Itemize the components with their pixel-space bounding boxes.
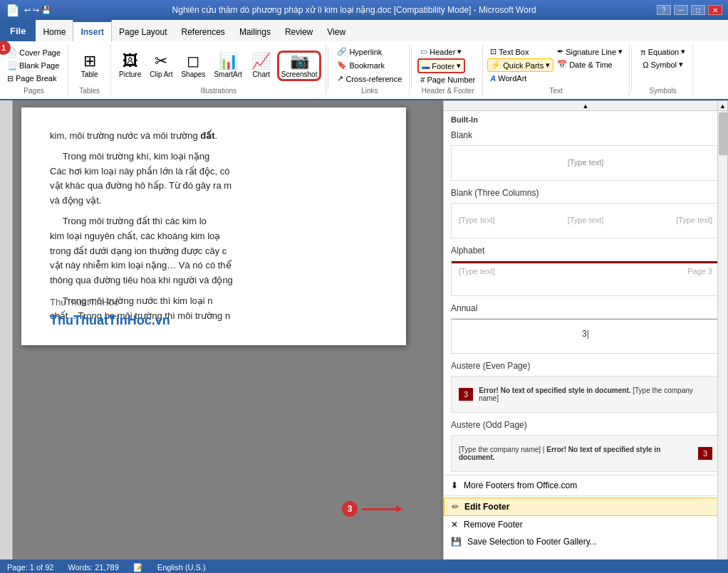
hyperlink-button[interactable]: 🔗 Hyperlink	[334, 46, 385, 58]
tables-group: ⊞ Table Tables	[68, 44, 111, 96]
smart-art-button[interactable]: 📊 SmartArt	[210, 51, 245, 80]
alphabet-section-label: Alphabet	[444, 241, 727, 258]
footer-button[interactable]: ▬ Footer ▾	[417, 58, 465, 73]
picture-button[interactable]: 🖼 Picture	[115, 51, 145, 80]
remove-footer-button[interactable]: ✕ Remove Footer	[444, 516, 727, 533]
signature-line-button[interactable]: ✒ Signature Line ▾	[554, 46, 625, 58]
doc-paragraph-3: Các hơi kim loại này phần lớn là rất độc…	[50, 164, 378, 179]
document-page: kim, môi trường nước và môi trường đất. …	[21, 107, 406, 345]
maximize-button[interactable]: □	[691, 5, 705, 15]
title-bar-title: Nghiên cứu thăm dò phương pháp xử lí kim…	[51, 5, 657, 15]
tab-references[interactable]: References	[175, 20, 232, 41]
watermark-line1: ThuThuatTinHoc	[50, 295, 170, 310]
tab-review[interactable]: Review	[278, 20, 320, 41]
date-time-icon: 📅	[557, 60, 567, 69]
screenshot-button[interactable]: 📷 Screenshot	[277, 51, 322, 81]
tables-group-items: ⊞ Table	[76, 46, 104, 85]
clip-art-button[interactable]: ✂ Clip Art	[146, 51, 176, 80]
symbols-group: π Equation ▾ Ω Symbol ▾ Symbols	[633, 44, 693, 96]
footer-dropdown-icon: ▾	[457, 61, 461, 70]
watermark: ThuThuatTinHoc ThuThuatTinHoc.vn	[50, 295, 170, 331]
language-status: English (U.S.)	[157, 563, 206, 572]
footer-template-austere-even[interactable]: 3 Error! No text of specified style in d…	[451, 376, 720, 413]
title-bar-controls: ? ─ □ ✕	[657, 5, 722, 15]
title-bar-left: 📄 ↩ ↪ 💾	[6, 4, 51, 17]
table-button[interactable]: ⊞ Table	[76, 51, 104, 80]
step3-arrow	[362, 508, 397, 510]
status-bar: Page: 1 of 92 Words: 21,789 📝 English (U…	[0, 559, 728, 573]
edit-footer-icon: ✏	[452, 502, 459, 512]
links-group-label: Links	[361, 87, 378, 95]
word-art-button[interactable]: A WordArt	[487, 73, 529, 84]
pages-group-items: 📄 Cover Page 📃 Blank Page ⊟ Page Break	[4, 46, 63, 85]
ribbon-tabs: File Home Insert Page Layout References …	[0, 20, 728, 41]
footer-template-alphabet-content: [Type text] Page 3	[452, 261, 719, 279]
doc-paragraph-5: và động vật.	[50, 194, 378, 209]
footer-template-austere-odd-content: [Type the company name] | Error! No text…	[452, 436, 719, 471]
header-dropdown-icon: ▾	[457, 47, 462, 56]
doc-paragraph-6: Trong môi trường đất thì các kim lo	[50, 214, 378, 229]
page-break-button[interactable]: ⊟ Page Break	[4, 73, 63, 85]
cover-page-button[interactable]: 📄 Cover Page	[4, 47, 63, 59]
three-col-section-label: Blank (Three Columns)	[444, 184, 727, 200]
edit-footer-button[interactable]: ✏ Edit Footer	[444, 498, 727, 516]
close-button[interactable]: ✕	[708, 5, 722, 15]
minimize-button[interactable]: ─	[674, 5, 688, 15]
text-box-button[interactable]: ⊡ Text Box	[487, 46, 531, 58]
header-footer-group-items: ▭ Header ▾ ▬ Footer ▾ # Page Number	[417, 46, 478, 85]
scrollbar-up-btn[interactable]: ▲	[718, 101, 727, 111]
more-footers-button[interactable]: ⬇ More Footers from Office.com	[444, 477, 727, 494]
doc-paragraph-7: kim loại nguyên chất, các khoáng kim loạ	[50, 229, 378, 244]
footer-template-austere-even-content: 3 Error! No text of specified style in d…	[452, 377, 719, 412]
quick-parts-button[interactable]: ⚡ Quick Parts ▾	[487, 58, 553, 72]
chart-button[interactable]: 📈 Chart	[247, 51, 276, 80]
save-selection-button[interactable]: 💾 Save Selection to Footer Gallery...	[444, 533, 727, 550]
tab-file[interactable]: File	[0, 20, 36, 41]
header-footer-group-label: Header & Footer	[422, 87, 474, 95]
blank-section-label: Blank	[444, 126, 727, 142]
tab-insert[interactable]: Insert	[73, 20, 112, 41]
more-footers-icon: ⬇	[451, 480, 458, 490]
tab-view[interactable]: View	[320, 20, 353, 41]
tab-home[interactable]: Home	[36, 20, 73, 41]
footer-template-annual[interactable]: 3|	[451, 318, 720, 354]
page-number-icon: #	[420, 75, 425, 84]
symbol-button[interactable]: Ω Symbol ▾	[640, 58, 686, 70]
watermark-line2: ThuThuatTinHoc.vn	[50, 310, 170, 331]
doc-paragraph-4: vật khác qua đường hô hấp. Từ đó gây ra …	[50, 179, 378, 194]
doc-paragraph-2: Trong môi trường khí, kim loại nặng	[50, 149, 378, 164]
tab-mailings[interactable]: Mailings	[232, 20, 278, 41]
footer-template-alphabet[interactable]: [Type text] Page 3	[451, 261, 720, 296]
equation-button[interactable]: π Equation ▾	[638, 46, 688, 58]
blank-page-button[interactable]: 📃 Blank Page	[4, 60, 63, 72]
clip-art-icon: ✂	[155, 53, 167, 69]
date-time-button[interactable]: 📅 Date & Time	[554, 58, 615, 70]
illustrations-group-items: 🖼 Picture ✂ Clip Art ◻ Shapes 📊 SmartArt…	[115, 46, 321, 85]
dropdown-divider-2	[444, 495, 727, 496]
shapes-icon: ◻	[187, 53, 199, 69]
equation-icon: π	[640, 48, 646, 56]
footer-template-three-col[interactable]: [Type text] [Type text] [Type text]	[451, 203, 720, 238]
doc-area: kim, môi trường nước và môi trường đất. …	[0, 100, 728, 559]
hyperlink-icon: 🔗	[337, 47, 347, 56]
help-button[interactable]: ?	[657, 5, 671, 15]
tab-page-layout[interactable]: Page Layout	[112, 20, 174, 41]
header-button[interactable]: ▭ Header ▾	[417, 46, 464, 58]
pages-group-label: Pages	[24, 87, 43, 95]
symbol-icon: Ω	[643, 61, 648, 69]
scrollbar-v[interactable]: ▲ ▼	[717, 101, 727, 559]
page-number-button[interactable]: # Page Number	[417, 74, 478, 85]
table-icon: ⊞	[83, 53, 96, 69]
shapes-button[interactable]: ◻ Shapes	[177, 51, 209, 80]
footer-template-austere-odd[interactable]: [Type the company name] | Error! No text…	[451, 435, 720, 472]
text-box-icon: ⊡	[490, 47, 496, 56]
symbols-group-items: π Equation ▾ Ω Symbol ▾	[638, 46, 688, 85]
remove-footer-icon: ✕	[451, 520, 458, 530]
scrollbar-thumb[interactable]	[719, 112, 727, 155]
bookmark-button[interactable]: 🔖 Bookmark	[334, 59, 388, 71]
text-group-label: Text	[550, 87, 563, 95]
text-group: ⊡ Text Box ⚡ Quick Parts ▾ A WordArt ✒ S…	[483, 44, 630, 96]
scrollbar-up[interactable]: ▲	[444, 101, 727, 111]
cross-reference-button[interactable]: ↗ Cross-reference	[334, 73, 405, 85]
footer-template-blank[interactable]: [Type text]	[451, 145, 720, 181]
